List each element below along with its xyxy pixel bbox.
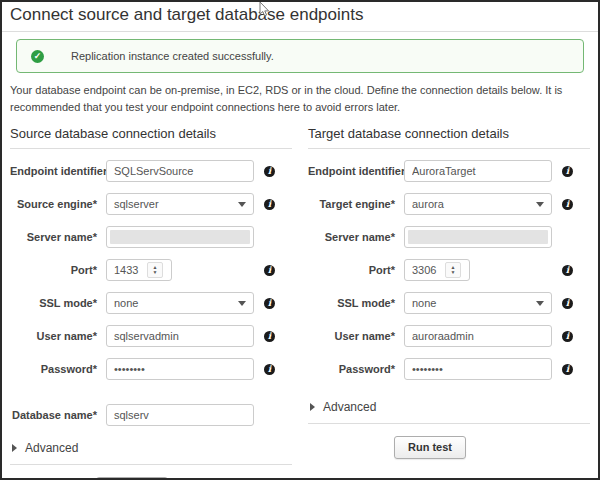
- info-icon[interactable]: i: [562, 199, 573, 210]
- source-password-input[interactable]: [106, 358, 254, 380]
- source-engine-row: Source engine* sqlserver i: [10, 193, 292, 215]
- divider: [10, 464, 292, 465]
- target-server-name-input[interactable]: [404, 226, 552, 248]
- target-heading: Target database connection details: [308, 118, 590, 149]
- source-column: Source database connection details Endpo…: [10, 118, 292, 480]
- target-engine-row: Target engine* aurora i: [308, 193, 590, 215]
- info-icon[interactable]: i: [264, 364, 275, 375]
- source-password-row: Password* i: [10, 358, 292, 380]
- success-banner: ✓ Replication instance created successfu…: [16, 39, 584, 73]
- redacted-value: [408, 230, 548, 244]
- info-icon[interactable]: i: [264, 298, 275, 309]
- chevron-right-icon: [310, 403, 315, 411]
- chevron-down-icon: [536, 301, 544, 306]
- divider: [308, 423, 590, 424]
- endpoint-columns: Source database connection details Endpo…: [10, 118, 590, 480]
- page-title: Connect source and target database endpo…: [2, 2, 598, 32]
- target-user-name-label: User name*: [308, 330, 404, 342]
- source-port-label: Port*: [10, 264, 106, 276]
- target-ssl-mode-row: SSL mode* none i: [308, 292, 590, 314]
- source-endpoint-identifier-input[interactable]: [106, 160, 254, 182]
- target-user-name-input[interactable]: [404, 325, 552, 347]
- source-user-name-row: User name* i: [10, 325, 292, 347]
- target-advanced-label: Advanced: [323, 400, 376, 414]
- source-ssl-mode-row: SSL mode* none i: [10, 292, 292, 314]
- target-port-label: Port*: [308, 264, 404, 276]
- number-stepper[interactable]: ▲▼: [445, 262, 461, 278]
- source-heading: Source database connection details: [10, 118, 292, 149]
- info-icon[interactable]: i: [264, 265, 275, 276]
- source-port-input[interactable]: ▲▼: [106, 259, 172, 281]
- target-port-input[interactable]: ▲▼: [404, 259, 470, 281]
- target-column: Target database connection details Endpo…: [308, 118, 590, 480]
- source-engine-select[interactable]: sqlserver: [106, 193, 254, 215]
- target-port-value[interactable]: [405, 260, 445, 280]
- source-ssl-mode-select[interactable]: none: [106, 292, 254, 314]
- source-port-value[interactable]: [107, 260, 147, 280]
- source-advanced-label: Advanced: [25, 441, 78, 455]
- source-ssl-mode-value: none: [114, 297, 238, 309]
- target-engine-select[interactable]: aurora: [404, 193, 552, 215]
- target-endpoint-identifier-label: Endpoint identifier*: [308, 165, 404, 177]
- info-icon[interactable]: i: [562, 364, 573, 375]
- source-server-name-row: Server name*: [10, 226, 292, 248]
- target-endpoint-identifier-row: Endpoint identifier* i: [308, 160, 590, 182]
- source-endpoint-identifier-row: Endpoint identifier* i: [10, 160, 292, 182]
- redacted-value: [110, 230, 250, 244]
- target-password-input[interactable]: [404, 358, 552, 380]
- target-advanced-toggle[interactable]: Advanced: [308, 400, 590, 414]
- target-engine-value: aurora: [412, 198, 536, 210]
- info-icon[interactable]: i: [562, 331, 573, 342]
- source-user-name-input[interactable]: [106, 325, 254, 347]
- source-advanced-toggle[interactable]: Advanced: [10, 441, 292, 455]
- source-password-label: Password*: [10, 363, 106, 375]
- source-database-name-input[interactable]: [106, 404, 254, 426]
- dms-endpoints-page: Connect source and target database endpo…: [0, 0, 600, 480]
- target-ssl-mode-value: none: [412, 297, 536, 309]
- target-password-label: Password*: [308, 363, 404, 375]
- source-database-name-label: Database name*: [10, 409, 106, 421]
- chevron-down-icon: [238, 202, 246, 207]
- target-server-name-row: Server name*: [308, 226, 590, 248]
- page-description: Your database endpoint can be on-premise…: [10, 82, 588, 116]
- target-ssl-mode-select[interactable]: none: [404, 292, 552, 314]
- chevron-right-icon: [12, 444, 17, 452]
- source-server-name-input[interactable]: [106, 226, 254, 248]
- info-icon[interactable]: i: [264, 199, 275, 210]
- target-server-name-label: Server name*: [308, 231, 404, 243]
- source-user-name-label: User name*: [10, 330, 106, 342]
- info-icon[interactable]: i: [264, 166, 275, 177]
- success-check-icon: ✓: [31, 50, 44, 63]
- info-icon[interactable]: i: [562, 166, 573, 177]
- source-server-name-label: Server name*: [10, 231, 106, 243]
- success-banner-message: Replication instance created successfull…: [71, 50, 274, 62]
- info-icon[interactable]: i: [264, 331, 275, 342]
- chevron-down-icon: [238, 301, 246, 306]
- target-engine-label: Target engine*: [308, 198, 404, 210]
- source-endpoint-identifier-label: Endpoint identifier*: [10, 165, 106, 177]
- source-engine-label: Source engine*: [10, 198, 106, 210]
- target-run-test-button[interactable]: Run test: [394, 436, 466, 459]
- target-password-row: Password* i: [308, 358, 590, 380]
- number-stepper[interactable]: ▲▼: [147, 262, 163, 278]
- source-database-name-row: Database name*: [10, 404, 292, 426]
- info-icon[interactable]: i: [562, 298, 573, 309]
- target-ssl-mode-label: SSL mode*: [308, 297, 404, 309]
- target-user-name-row: User name* i: [308, 325, 590, 347]
- chevron-down-icon: [536, 202, 544, 207]
- info-icon[interactable]: i: [562, 265, 573, 276]
- target-port-row: Port* ▲▼ i: [308, 259, 590, 281]
- source-port-row: Port* ▲▼ i: [10, 259, 292, 281]
- target-endpoint-identifier-input[interactable]: [404, 160, 552, 182]
- source-ssl-mode-label: SSL mode*: [10, 297, 106, 309]
- source-engine-value: sqlserver: [114, 198, 238, 210]
